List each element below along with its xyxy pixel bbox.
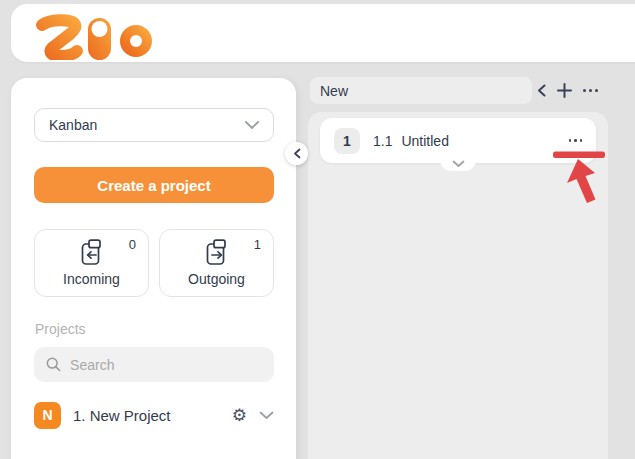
app-header [11,4,635,62]
outgoing-label: Outgoing [188,271,245,287]
sidebar: Kanban Create a project 0 Incoming 1 [11,78,296,459]
sidebar-collapse-button[interactable] [285,142,308,165]
column-title-field[interactable]: New [310,77,532,104]
view-mode-value: Kanban [49,117,245,133]
projects-section-label: Projects [35,321,86,337]
card-code: 1.1 [373,133,392,149]
tray-cards: 0 Incoming 1 Outgoing [34,229,274,297]
clipboard-arrow-in-icon [80,239,104,266]
chevron-left-icon[interactable] [537,84,546,97]
chevron-down-icon [245,121,259,129]
view-mode-select[interactable]: Kanban [34,108,274,142]
project-search[interactable] [34,347,274,382]
outgoing-count: 1 [254,237,261,252]
incoming-label: Incoming [63,271,120,287]
logo-letter-o [125,30,147,52]
logo-letter-i-dot [92,21,108,37]
board-column-new: 1 1.1 Untitled [308,112,608,459]
card-count-badge: 1 [334,128,360,154]
column-title: New [320,83,348,99]
outgoing-tray-button[interactable]: 1 Outgoing [159,229,274,297]
search-icon [46,356,61,373]
gear-icon[interactable]: ⚙ [232,407,247,424]
project-list-item[interactable]: N 1. New Project ⚙ [34,400,274,430]
card-title: Untitled [401,133,448,149]
column-toolbar [537,77,598,104]
task-card[interactable]: 1 1.1 Untitled [320,118,596,163]
column-ellipsis-icon[interactable] [583,89,598,92]
clipboard-arrow-out-icon [205,239,229,266]
card-expand-tab[interactable] [440,155,476,171]
chevron-left-icon [293,148,301,159]
incoming-tray-button[interactable]: 0 Incoming [34,229,149,297]
app-logo[interactable] [30,10,164,60]
card-ellipsis-icon[interactable] [569,139,583,142]
search-input[interactable] [70,357,262,373]
logo-letter-z [42,20,77,56]
chevron-down-icon [452,160,465,168]
project-badge: N [34,402,61,429]
project-name: 1. New Project [73,407,220,424]
incoming-count: 0 [129,237,136,252]
plus-icon[interactable] [557,83,572,98]
chevron-down-icon[interactable] [259,411,274,420]
create-project-button[interactable]: Create a project [34,167,274,203]
